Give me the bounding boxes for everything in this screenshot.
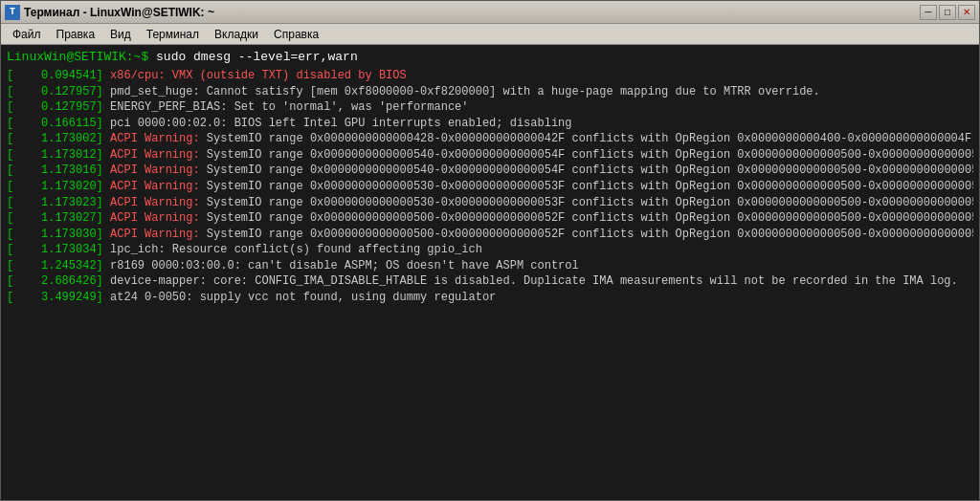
titlebar-left: T Терминал - LinuxWin@SETIWIK: ~ <box>5 5 214 20</box>
timestamp: [ 1.173034] <box>7 242 103 258</box>
output-line: [ 0.094541] x86/cpu: VMX (outside TXT) d… <box>7 68 973 84</box>
output-line: [ 1.173023] ACPI Warning: SystemIO range… <box>7 195 973 211</box>
timestamp: [ 1.245342] <box>7 258 103 274</box>
timestamp: [ 1.173012] <box>7 147 103 163</box>
close-button[interactable]: ✕ <box>958 5 975 20</box>
output-block: [ 0.094541] x86/cpu: VMX (outside TXT) d… <box>7 68 973 496</box>
line-content: x86/cpu: VMX (outside TXT) disabled by B… <box>103 68 407 84</box>
line-content: ACPI Warning: SystemIO range 0x000000000… <box>103 179 973 195</box>
timestamp: [ 1.173016] <box>7 163 103 179</box>
menu-edit[interactable]: Правка <box>49 26 103 43</box>
menu-view[interactable]: Вид <box>102 26 139 43</box>
output-line: [ 1.173034] lpc_ich: Resource conflict(s… <box>7 242 973 258</box>
terminal-area[interactable]: LinuxWin@SETIWIK:~$ sudo dmesg --level=e… <box>1 45 979 500</box>
window-title: Терминал - LinuxWin@SETIWIK: ~ <box>24 6 214 19</box>
line-content: ACPI Warning: SystemIO range 0x000000000… <box>103 147 973 163</box>
prompt-command: sudo dmesg --level=err,warn <box>156 50 358 64</box>
timestamp: [ 1.173023] <box>7 195 103 211</box>
timestamp: [ 1.173030] <box>7 227 103 243</box>
timestamp: [ 0.127957] <box>7 84 103 100</box>
line-content: lpc_ich: Resource conflict(s) found affe… <box>103 242 482 258</box>
output-line: [ 3.499249] at24 0-0050: supply vcc not … <box>7 290 973 306</box>
line-content: ACPI Warning: SystemIO range 0x000000000… <box>103 210 973 227</box>
line-content: ACPI Warning: SystemIO range 0x000000000… <box>103 195 973 211</box>
output-line: [ 1.173027] ACPI Warning: SystemIO range… <box>7 210 973 227</box>
menubar: Файл Правка Вид Терминал Вкладки Справка <box>1 24 979 45</box>
timestamp: [ 1.173002] <box>7 131 103 147</box>
timestamp: [ 2.686426] <box>7 273 103 290</box>
menu-terminal[interactable]: Терминал <box>139 26 207 43</box>
output-line: [ 1.245342] r8169 0000:03:00.0: can't di… <box>7 258 973 274</box>
output-line: [ 1.173030] ACPI Warning: SystemIO range… <box>7 227 973 243</box>
output-line: [ 1.173002] ACPI Warning: SystemIO range… <box>7 131 973 147</box>
timestamp: [ 0.094541] <box>7 68 103 84</box>
line-content: r8169 0000:03:00.0: can't disable ASPM; … <box>103 258 579 274</box>
output-line: [ 1.173012] ACPI Warning: SystemIO range… <box>7 147 973 163</box>
timestamp: [ 1.173027] <box>7 210 103 227</box>
titlebar: T Терминал - LinuxWin@SETIWIK: ~ ─ □ ✕ <box>1 1 979 24</box>
line-content: ACPI Warning: SystemIO range 0x000000000… <box>103 131 973 147</box>
output-line: [ 1.173020] ACPI Warning: SystemIO range… <box>7 179 973 195</box>
terminal-window: T Терминал - LinuxWin@SETIWIK: ~ ─ □ ✕ Ф… <box>0 0 980 501</box>
line-content: ACPI Warning: SystemIO range 0x000000000… <box>103 227 973 243</box>
app-icon: T <box>5 5 20 20</box>
timestamp: [ 0.166115] <box>7 116 103 132</box>
output-line: [ 2.686426] device-mapper: core: CONFIG_… <box>7 273 973 290</box>
line-content: ENERGY_PERF_BIAS: Set to 'normal', was '… <box>103 99 469 116</box>
minimize-button[interactable]: ─ <box>920 5 937 20</box>
line-content: pci 0000:00:02.0: BIOS left Intel GPU in… <box>103 116 572 132</box>
timestamp: [ 1.173020] <box>7 179 103 195</box>
maximize-button[interactable]: □ <box>939 5 956 20</box>
line-content: device-mapper: core: CONFIG_IMA_DISABLE_… <box>103 273 958 290</box>
output-line: [ 1.173016] ACPI Warning: SystemIO range… <box>7 163 973 179</box>
line-content: ACPI Warning: SystemIO range 0x000000000… <box>103 163 973 179</box>
prompt-user: LinuxWin@SETIWIK:~$ <box>7 50 148 64</box>
menu-help[interactable]: Справка <box>266 26 326 43</box>
line-content: pmd_set_huge: Cannot satisfy [mem 0xf800… <box>103 84 820 100</box>
line-content: at24 0-0050: supply vcc not found, using… <box>103 290 496 306</box>
output-line: [ 0.127957] ENERGY_PERF_BIAS: Set to 'no… <box>7 99 973 116</box>
timestamp: [ 3.499249] <box>7 290 103 306</box>
prompt-line: LinuxWin@SETIWIK:~$ sudo dmesg --level=e… <box>7 49 973 66</box>
output-line: [ 0.166115] pci 0000:00:02.0: BIOS left … <box>7 116 973 132</box>
output-line: [ 0.127957] pmd_set_huge: Cannot satisfy… <box>7 84 973 100</box>
menu-tabs[interactable]: Вкладки <box>207 26 266 43</box>
window-controls: ─ □ ✕ <box>920 5 975 20</box>
menu-file[interactable]: Файл <box>5 26 49 43</box>
timestamp: [ 0.127957] <box>7 99 103 116</box>
